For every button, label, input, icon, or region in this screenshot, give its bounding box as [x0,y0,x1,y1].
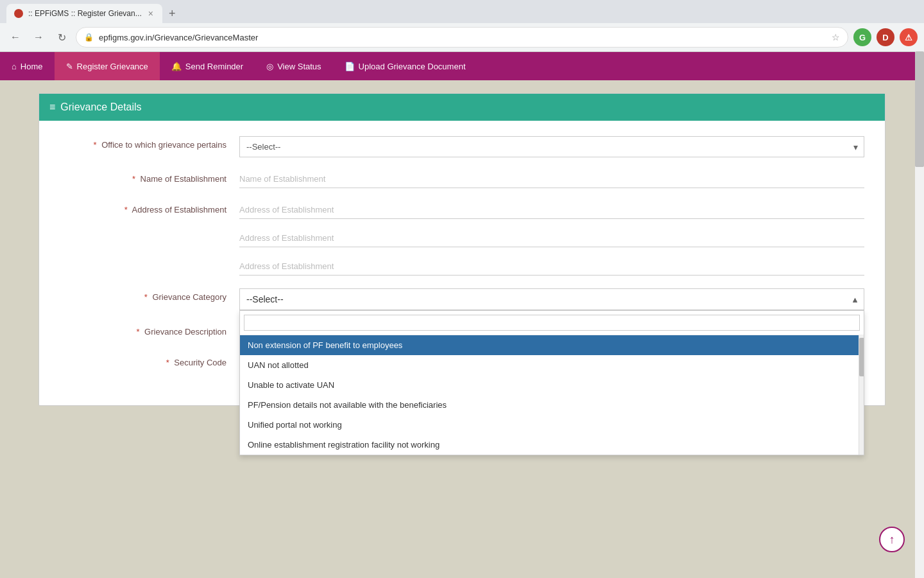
security-code-star: * [166,358,169,367]
category-dropdown-list: Non extension of PF benefit to employees… [240,335,864,455]
form-title: Grievance Details [60,101,141,113]
address3-input[interactable] [239,258,864,276]
url-text: epfigms.gov.in/Grievance/GrievanceMaster [99,33,826,42]
scrollbar-thumb[interactable] [915,51,924,167]
category-search-input[interactable] [244,315,860,331]
nav-reminder-label: Send Reminder [185,62,243,71]
description-label: * Grievance Description [60,323,239,337]
category-star: * [144,292,148,302]
description-star: * [136,327,139,337]
document-icon: 📄 [345,62,355,71]
nav-home[interactable]: ⌂ Home [0,52,55,80]
establishment-name-label: * Name of Establishment [60,170,239,184]
establishment-name-row: * Name of Establishment [60,170,864,188]
category-search-wrap [240,311,864,335]
status-icon: ◎ [266,62,273,71]
forward-button[interactable]: → [30,28,47,46]
close-tab-button[interactable]: × [147,8,155,19]
office-required-star: * [93,140,96,150]
lock-icon: 🔒 [84,33,94,42]
extension-icon-red[interactable]: D [877,28,894,46]
office-row: * Office to which grievance pertains --S… [60,136,864,157]
browser-chrome: :: EPFiGMS :: Register Grievan... × + ← … [0,0,924,52]
address2-input[interactable] [239,229,864,247]
category-selected-value: --Select-- [246,294,284,304]
category-label: * Grievance Category [60,288,239,302]
category-option-unified-portal[interactable]: Unified portal not working [240,415,864,435]
office-select[interactable]: --Select-- [239,136,864,157]
edit-icon: ✎ [66,62,73,71]
extension-icon-dark[interactable]: ⚠ [900,28,918,46]
category-control: --Select-- ▴ Non extension of PF benefit… [239,288,864,310]
address-label: * Address of Establishment [60,201,239,215]
main-content: ≡ Grievance Details * Office to which gr… [0,80,924,474]
nav-view-status[interactable]: ◎ View Status [255,52,332,80]
establishment-name-star: * [132,174,135,184]
nav-register-grievance[interactable]: ✎ Register Grievance [55,52,160,80]
extension-icon-green[interactable]: G [853,28,871,46]
nav-upload-document[interactable]: 📄 Upload Grievance Document [333,52,477,80]
tab-favicon [14,9,23,18]
nav-send-reminder[interactable]: 🔔 Send Reminder [160,52,255,80]
home-icon: ⌂ [12,62,17,71]
tab-bar: :: EPFiGMS :: Register Grievan... × + [0,0,924,23]
address-bar: ← → ↻ 🔒 epfigms.gov.in/Grievance/Grievan… [0,23,924,51]
category-option-online-registration[interactable]: Online establishment registration facili… [240,435,864,455]
bell-icon: 🔔 [171,62,182,71]
security-code-label: * Security Code [60,354,239,367]
refresh-button[interactable]: ↻ [53,28,71,46]
form-body: * Office to which grievance pertains --S… [39,121,885,405]
form-card: ≡ Grievance Details * Office to which gr… [38,93,886,406]
address1-input[interactable] [239,201,864,219]
nav-status-label: View Status [277,62,321,71]
form-header: ≡ Grievance Details [39,94,885,121]
scrollbar-track[interactable] [915,51,924,474]
establishment-name-input[interactable] [239,170,864,188]
bookmark-icon[interactable]: ☆ [832,32,840,42]
category-row: * Grievance Category --Select-- ▴ Non ex… [60,288,864,310]
form-header-icon: ≡ [49,101,55,113]
category-option-pf-pension[interactable]: PF/Pension details not available with th… [240,395,864,415]
nav-register-label: Register Grievance [77,62,148,71]
back-button[interactable]: ← [6,28,24,46]
category-option-non-extension[interactable]: Non extension of PF benefit to employees [240,335,864,355]
office-label: * Office to which grievance pertains [60,136,239,150]
establishment-name-control [239,170,864,188]
category-option-unable-activate[interactable]: Unable to activate UAN [240,375,864,395]
address-control [239,201,864,276]
new-tab-button[interactable]: + [165,7,180,21]
category-select-wrapper[interactable]: --Select-- ▴ [239,288,864,310]
nav-bar: ⌂ Home ✎ Register Grievance 🔔 Send Remin… [0,52,924,80]
office-control: --Select-- [239,136,864,157]
nav-home-label: Home [21,62,43,71]
nav-upload-label: Upload Grievance Document [359,62,466,71]
category-option-uan-not-allotted[interactable]: UAN not allotted [240,355,864,375]
url-bar[interactable]: 🔒 epfigms.gov.in/Grievance/GrievanceMast… [76,27,848,48]
active-tab[interactable]: :: EPFiGMS :: Register Grievan... × [6,4,162,23]
office-select-wrapper: --Select-- [239,136,864,157]
browser-icons: G D ⚠ [853,28,918,46]
address-row: * Address of Establishment [60,201,864,276]
category-dropdown: Non extension of PF benefit to employees… [239,310,864,455]
address-star: * [124,205,128,215]
tab-title: :: EPFiGMS :: Register Grievan... [28,9,142,18]
chevron-up-icon: ▴ [853,294,857,304]
